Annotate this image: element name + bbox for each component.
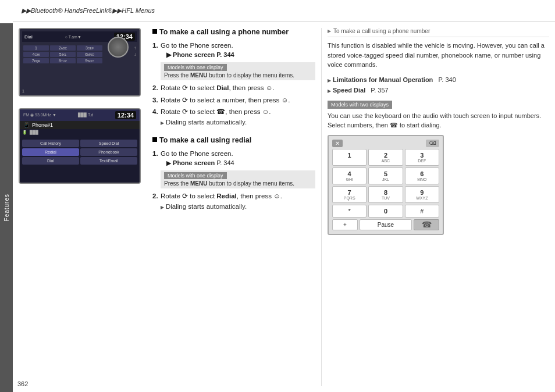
phone-screen-mockup: FM ◉ 93.0MHz ▼ ▉▉▉ T.d 12:34 📱 Phone#1 🔋… [19, 108, 141, 184]
models-one-label2: Models with one display [164, 172, 227, 179]
radio-info: FM ◉ 93.0MHz ▼ [23, 113, 56, 117]
key-2: 2ABC [50, 45, 76, 51]
key-9: 9WXY [77, 58, 102, 63]
keypad-top-bar: ✕ ⌫ [332, 140, 439, 147]
dial-knob [108, 37, 129, 58]
dial-keypad-area: 1 2ABC 3DEF 4GHI 5JKL 6MNO 7PQR 8TUV 9WX… [22, 43, 137, 69]
right-column: To make a call using a phone number This… [321, 28, 549, 386]
phone-header-bar: FM ◉ 93.0MHz ▼ ▉▉▉ T.d 12:34 [20, 109, 140, 121]
models-one-display-box2: Models with one display Press the MENU b… [161, 170, 315, 188]
key-plus: + [332, 219, 358, 230]
menu-phonebook: Phonebook [80, 148, 137, 156]
dial-right-arrows: ↑ ↓ [134, 45, 136, 66]
phone-status-bar: 🔋 ▉▉▉ [20, 129, 140, 136]
battery-icon: 🔋 [22, 130, 27, 135]
key-5: 5JKL [50, 52, 76, 57]
menu-call-history: Call History [22, 140, 79, 147]
step-1-result: Dialing starts automatically. [152, 119, 315, 126]
key-1: 1 [23, 45, 49, 51]
step-2-2: 2. Rotate ⟳ to select Redial, then press… [152, 191, 315, 201]
key-6: 6 MNO [405, 168, 439, 184]
models-one-display-box1: Models with one display Press the MENU b… [161, 62, 315, 80]
key-1: 1 [332, 149, 367, 166]
key-3: 3 DEF [405, 149, 439, 166]
key-8: 8TUV [50, 58, 76, 63]
menu-dial: Dial [22, 157, 79, 165]
section2-title: To make a call using redial [152, 136, 315, 144]
step-2-result: Dialing starts automatically. [152, 203, 315, 210]
key-9: 9 WXYZ [405, 186, 439, 203]
key-7: 7PQR [23, 58, 49, 63]
step-1-1-sub: ▶ Phone screen P. 344 [161, 51, 234, 58]
dial-left-keys: 1 2ABC 3DEF 4GHI 5JKL 6MNO 7PQR 8TUV 9WX… [23, 45, 102, 66]
step-1-3: 3. Rotate ⟳ to select a number, then pre… [152, 95, 315, 105]
menu-text-email: Text/Email [80, 157, 137, 165]
phone-icon: 📱 [23, 122, 30, 128]
main-content: Dial ○ T.am▼ 12:34 1 2ABC 3DEF 4GHI 5JKL… [13, 22, 555, 392]
middle-column: To make a call using a phone number 1. G… [147, 28, 321, 386]
models-one-text1: Press the MENU button to display the men… [164, 72, 294, 79]
right-note-text: This function is disabled while the vehi… [328, 41, 549, 70]
dial-screen-mockup: Dial ○ T.am▼ 12:34 1 2ABC 3DEF 4GHI 5JKL… [19, 28, 141, 97]
screen-bottom-left: 1 [22, 89, 24, 93]
phone-screen-time: 12:34 [115, 111, 136, 119]
touch-keypad: ✕ ⌫ 1 2 ABC 3 DEF 4 GHI 5 JKL 6 MNO 7 PQ… [328, 135, 444, 235]
key-6: 6MNO [77, 52, 102, 57]
sidebar: Features [0, 23, 13, 392]
models-two-text: You can use the keyboard on the audio wi… [328, 111, 549, 130]
dial-center [104, 45, 132, 66]
header: ▶▶Bluetooth® HandsFreeLink®▶▶HFL Menus [13, 0, 555, 22]
key-3: 3DEF [77, 45, 102, 51]
key-8: 8 TUV [368, 186, 403, 203]
models-one-label1: Models with one display [164, 64, 227, 71]
step-1-1: 1. Go to the Phone screen. ▶ Phone scree… [152, 41, 315, 59]
section2-square-icon [152, 137, 157, 142]
keypad-back-btn: ⌫ [426, 140, 439, 147]
menu-redial: Redial [22, 148, 79, 156]
key-4: 4 GHI [332, 168, 367, 184]
keypad-bottom-row: + Pause ☎ [332, 219, 439, 230]
page-number: 362 [17, 380, 28, 387]
key-0: 0 [368, 205, 403, 218]
speeddial-page: P. 357 [371, 85, 388, 96]
limitations-page: P. 340 [438, 74, 456, 85]
right-link-limitations: Limitations for Manual Operation P. 340 [328, 74, 549, 85]
phone-menu-grid: Call History Speed Dial Redial Phonebook… [20, 137, 140, 167]
menu-speed-dial: Speed Dial [80, 140, 137, 147]
left-column: Dial ○ T.am▼ 12:34 1 2ABC 3DEF 4GHI 5JKL… [19, 28, 147, 386]
phone-name-bar: 📱 Phone#1 [20, 121, 140, 129]
step-2-1: 1. Go to the Phone screen. ▶ Phone scree… [152, 149, 315, 168]
phone-screen: FM ◉ 93.0MHz ▼ ▉▉▉ T.d 12:34 📱 Phone#1 🔋… [20, 109, 140, 183]
key-star: * [332, 205, 367, 218]
key-5: 5 JKL [368, 168, 403, 184]
key-hash: # [405, 205, 439, 218]
right-link-speeddial: Speed Dial P. 357 [328, 85, 549, 96]
key-2: 2 ABC [368, 149, 403, 166]
keypad-grid: 1 2 ABC 3 DEF 4 GHI 5 JKL 6 MNO 7 PQRS 8… [332, 149, 439, 218]
dial-screen: Dial ○ T.am▼ 12:34 1 2ABC 3DEF 4GHI 5JKL… [20, 29, 140, 95]
key-call: ☎ [414, 219, 439, 230]
step-1-2: 2. Rotate ⟳ to select Dial, then press ☺… [152, 83, 315, 92]
screen-signal: ○ T.am▼ [65, 35, 81, 39]
screen-dial-label-text: Dial [24, 34, 33, 40]
key-4: 4GHI [23, 52, 49, 57]
sidebar-label: Features [3, 194, 10, 221]
models-two-label: Models with two displays [328, 101, 392, 109]
limitations-link-text: Limitations for Manual Operation [333, 74, 433, 85]
step-1-4: 4. Rotate ⟳ to select ☎, then press ☺. [152, 107, 315, 116]
signal-icon: ▉▉▉ [30, 130, 38, 135]
keypad-close-btn: ✕ [332, 140, 343, 147]
right-note-header: To make a call using a phone number [328, 28, 549, 37]
key-7: 7 PQRS [332, 186, 367, 203]
key-pause: Pause [360, 219, 412, 230]
section1-title: To make a call using a phone number [152, 28, 315, 36]
signal-bars: ▉▉▉ T.d [78, 113, 93, 117]
phone-name: Phone#1 [32, 122, 53, 128]
step-2-1-sub: ▶ Phone screen P. 344 [161, 159, 234, 166]
speeddial-link-text: Speed Dial [333, 85, 365, 96]
section1-square-icon [152, 29, 157, 34]
models-one-text2: Press the MENU button to display the men… [164, 180, 294, 187]
breadcrumb: ▶▶Bluetooth® HandsFreeLink®▶▶HFL Menus [22, 7, 155, 15]
